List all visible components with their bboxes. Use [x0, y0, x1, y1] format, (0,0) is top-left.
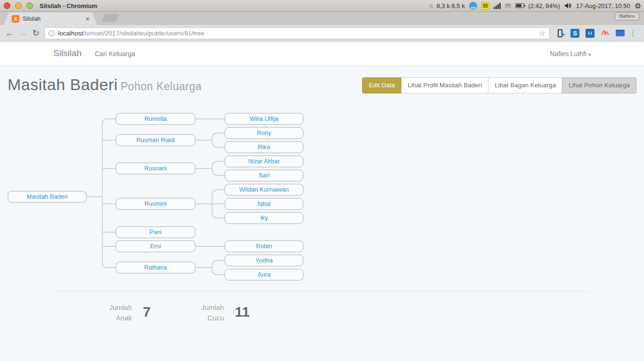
system-tray: ↑↓ 8,3 k 6,5 k 289 ✉ (2:42, 84%) 17-Aug-…	[429, 1, 644, 10]
forward-button[interactable]: →	[16, 28, 29, 38]
screen: Silsilah - Chromium ↑↓ 8,3 k 6,5 k 289 ✉…	[0, 0, 644, 361]
browser-menu-icon[interactable]: ⋮	[629, 29, 636, 37]
address-bar[interactable]: i localhost/lv/riset/2017/silsilahku/pub…	[44, 27, 550, 39]
desktop-user-badge: Nafies	[615, 12, 639, 20]
view-chart-button[interactable]: Lihat Bagan Keluarga	[488, 77, 562, 93]
extension-icons: ➤ S LI	[555, 29, 625, 38]
mail-indicator-icon[interactable]: ✉	[505, 1, 511, 10]
tree-node-grandchild[interactable]: Iqbal	[224, 198, 304, 210]
user-name: Nafies Luthfi	[550, 50, 586, 58]
xampp-favicon-icon: X	[12, 15, 19, 23]
chevron-down-icon: ▾	[588, 52, 591, 57]
reload-button[interactable]: ↻	[29, 28, 42, 38]
battery-icon[interactable]	[515, 3, 524, 8]
network-traffic-icon[interactable]: ↑↓	[429, 3, 432, 8]
tree-node-child[interactable]: Raihana	[116, 261, 196, 274]
tab-close-icon[interactable]: ×	[85, 16, 90, 22]
tree-node-grandchild[interactable]: Rony	[224, 127, 304, 139]
url-path: /lv/riset/2017/silsilahku/public/users/9…	[83, 30, 204, 37]
action-button-group: Edit Data Lihat Profil Masitah Baderi Li…	[362, 77, 636, 93]
edit-data-button[interactable]: Edit Data	[362, 77, 402, 93]
battery-status: (2:42, 84%)	[528, 2, 560, 9]
laravel-extension-icon[interactable]	[601, 29, 610, 37]
window-controls	[4, 2, 33, 9]
tree-node-grandchild[interactable]: Yudha	[224, 254, 304, 267]
os-top-panel: Silsilah - Chromium ↑↓ 8,3 k 6,5 k 289 ✉…	[0, 0, 644, 12]
clock: 17-Aug-2017, 10:50	[576, 2, 630, 9]
tree-node-child[interactable]: Erni	[116, 240, 196, 252]
pushbullet-extension-icon[interactable]: ➤	[555, 29, 564, 38]
stat-label-anak: JumlahAnak	[85, 302, 132, 323]
back-button[interactable]: ←	[3, 28, 16, 38]
volume-icon[interactable]	[564, 2, 572, 9]
tree-node-grandchild[interactable]: Aura	[224, 269, 304, 281]
page-info-icon[interactable]: i	[49, 30, 55, 36]
user-dropdown[interactable]: Nafies Luthfi ▾	[550, 50, 591, 58]
browser-tab[interactable]: X Silsilah ×	[4, 12, 97, 25]
tree-node-grandchild[interactable]: Iky	[224, 212, 304, 224]
tree-node-child[interactable]: Rusnani	[116, 162, 196, 175]
tab-title: Silsilah	[23, 16, 85, 22]
li-extension-icon[interactable]: LI	[586, 29, 594, 38]
tree-node-root[interactable]: Masitah Baderi	[8, 191, 87, 203]
tree-node-grandchild[interactable]: Wilia Ulfija	[224, 113, 304, 125]
messenger-indicator-icon[interactable]: 289	[469, 2, 477, 10]
tree-node-grandchild[interactable]: Wildan Kurniawan	[224, 184, 304, 196]
bookmark-star-icon[interactable]: ☆	[539, 29, 545, 38]
stat-value-anak: 7	[143, 304, 151, 320]
url-host: localhost	[58, 30, 83, 37]
new-tab-button[interactable]	[101, 14, 120, 22]
tasklist-indicator-icon[interactable]	[481, 2, 489, 9]
tree-node-child[interactable]: Pani	[116, 226, 196, 238]
tree-node-grandchild[interactable]: Nizar Akbar	[224, 155, 304, 168]
tree-node-child[interactable]: Rusman Riadi	[116, 134, 196, 146]
s-extension-icon[interactable]: S	[570, 29, 579, 38]
page-content: Silsilah Cari Keluarga Nafies Luthfi ▾ M…	[0, 42, 644, 361]
window-close-button[interactable]	[4, 2, 10, 9]
view-tree-button[interactable]: Lihat Pohon Keluarga	[562, 77, 636, 93]
window-minimize-button[interactable]	[15, 2, 22, 9]
settings-gear-icon[interactable]: ⚙	[635, 1, 641, 10]
tree-node-grandchild[interactable]: Robin	[224, 240, 304, 252]
stats-divider	[53, 291, 591, 292]
signal-strength-icon[interactable]	[494, 3, 501, 9]
tree-node-grandchild[interactable]: Rika	[224, 141, 304, 153]
window-title: Silsilah - Chromium	[40, 2, 97, 9]
tree-node-grandchild[interactable]: Sari	[224, 169, 304, 182]
window-maximize-button[interactable]	[26, 2, 33, 9]
network-traffic-stats: 8,3 k 6,5 k	[437, 2, 465, 9]
browser-tab-strip: X Silsilah ×	[0, 12, 644, 25]
tree-node-child[interactable]: Rusmini	[116, 198, 196, 210]
blue-extension-icon[interactable]	[616, 30, 625, 36]
url-text: localhost/lv/riset/2017/silsilahku/publi…	[58, 30, 539, 37]
view-profile-button[interactable]: Lihat Profil Masitah Baderi	[401, 77, 489, 93]
browser-toolbar: ← → ↻ i localhost/lv/riset/2017/silsilah…	[0, 25, 644, 42]
stat-label-cucu: JumlahCucu	[177, 302, 224, 323]
tree-node-child[interactable]: Rumsita	[116, 113, 196, 125]
stat-value-cucu: 11	[235, 304, 250, 320]
